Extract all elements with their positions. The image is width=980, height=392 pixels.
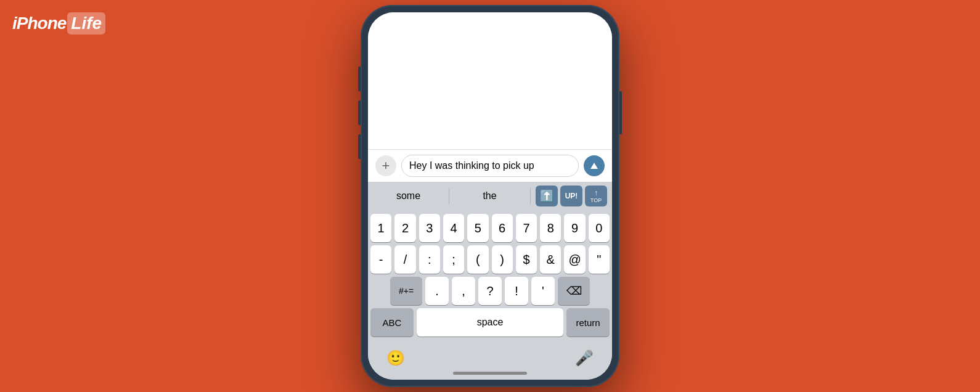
key-9[interactable]: 9 — [564, 214, 585, 242]
predictive-emoji-group: ⬆️ UP! ↑ TOP — [531, 186, 612, 206]
key-1[interactable]: 1 — [370, 214, 391, 242]
messages-area — [368, 12, 612, 149]
key-semicolon[interactable]: ; — [443, 245, 464, 274]
logo-life-box: Life — [67, 12, 105, 35]
key-abc[interactable]: ABC — [370, 308, 414, 337]
key-at[interactable]: @ — [564, 245, 585, 274]
key-space[interactable]: space — [417, 308, 563, 337]
key-colon[interactable]: : — [419, 245, 440, 274]
send-arrow-icon — [590, 163, 598, 169]
key-8[interactable]: 8 — [540, 214, 561, 242]
logo-iphone-text: iPhone — [12, 14, 66, 33]
delete-key[interactable]: ⌫ — [558, 277, 590, 305]
emoji-button[interactable]: 🙂 — [386, 349, 405, 367]
symbol-row: - / : ; ( ) $ & @ " — [370, 245, 610, 274]
key-exclaim[interactable]: ! — [505, 277, 528, 305]
phone-screen: + Hey I was thinking to pick up some the — [368, 12, 612, 380]
number-row: 1 2 3 4 5 6 7 8 9 0 — [370, 214, 610, 242]
bottom-bar: 🙂 🎤 — [368, 342, 612, 372]
screen-content: + Hey I was thinking to pick up some the — [368, 12, 612, 380]
predictive-word-1[interactable]: some — [368, 190, 449, 202]
predictive-bar: some the ⬆️ UP! ↑ TOP — [368, 182, 612, 210]
key-quote[interactable]: " — [589, 245, 610, 274]
phone-outer: + Hey I was thinking to pick up some the — [361, 5, 619, 387]
predictive-emoji-2[interactable]: UP! — [560, 186, 582, 206]
pred-top-text: TOP — [590, 197, 602, 203]
key-return[interactable]: return — [566, 308, 610, 337]
bottom-row: ABC space return — [370, 308, 610, 337]
special-row: #+= . , ? ! ' ⌫ — [370, 277, 610, 305]
key-3[interactable]: 3 — [419, 214, 440, 242]
key-2[interactable]: 2 — [394, 214, 415, 242]
input-bar: + Hey I was thinking to pick up — [368, 149, 612, 182]
key-6[interactable]: 6 — [492, 214, 513, 242]
message-input[interactable]: Hey I was thinking to pick up — [401, 155, 579, 177]
predictive-emoji-1[interactable]: ⬆️ — [536, 186, 558, 206]
key-5[interactable]: 5 — [467, 214, 488, 242]
key-lparen[interactable]: ( — [467, 245, 488, 274]
send-button[interactable] — [584, 155, 605, 176]
key-rparen[interactable]: ) — [492, 245, 513, 274]
key-period[interactable]: . — [425, 277, 449, 305]
key-comma[interactable]: , — [452, 277, 475, 305]
home-indicator-area — [368, 372, 612, 380]
phone-mockup: + Hey I was thinking to pick up some the — [361, 5, 619, 387]
key-slash[interactable]: / — [394, 245, 415, 274]
key-ampersand[interactable]: & — [540, 245, 561, 274]
logo-life-text: Life — [71, 14, 102, 33]
key-0[interactable]: 0 — [589, 214, 610, 242]
key-apostrophe[interactable]: ' — [531, 277, 555, 305]
keyboard: 1 2 3 4 5 6 7 8 9 0 - / — [368, 210, 612, 342]
key-dollar[interactable]: $ — [516, 245, 537, 274]
mic-button[interactable]: 🎤 — [575, 349, 594, 367]
key-7[interactable]: 7 — [516, 214, 537, 242]
logo: iPhone Life — [12, 12, 105, 35]
message-input-text: Hey I was thinking to pick up — [409, 160, 534, 171]
predictive-emoji-3[interactable]: ↑ TOP — [585, 186, 607, 206]
predictive-word-2[interactable]: the — [449, 190, 530, 202]
add-attachment-button[interactable]: + — [375, 155, 396, 176]
pred-arrow-up: ↑ — [594, 189, 598, 197]
key-question[interactable]: ? — [478, 277, 502, 305]
key-dash[interactable]: - — [370, 245, 391, 274]
key-hashtag[interactable]: #+= — [390, 277, 422, 305]
home-bar — [453, 372, 527, 375]
key-4[interactable]: 4 — [443, 214, 464, 242]
